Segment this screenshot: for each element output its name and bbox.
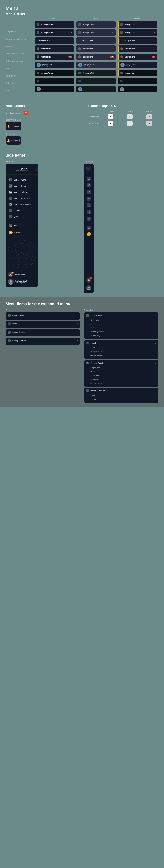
sidebar-item-import[interactable] — [84, 224, 94, 231]
collapse-btn-hover[interactable]: « — [127, 114, 133, 119]
menu-card-hover-user[interactable]: 👤 Richard Smith Field Engineer — [76, 62, 116, 68]
sidebar-item-manage-work[interactable] — [84, 175, 94, 182]
menu-card-hover-category[interactable]: Manage Work — [76, 21, 116, 28]
menu-card-hover-notif-pop[interactable]: Notifications 23 — [76, 54, 116, 60]
items-link[interactable]: Items — [90, 346, 156, 350]
notifications-expand-section: Notifications No. of notifications 23 No… — [0, 100, 164, 149]
notifications-row[interactable]: 🔔 23 Notifications — [8, 272, 36, 277]
menu-card-default-subitem[interactable]: Manage Work — [35, 37, 74, 44]
menu-card-dark-pressed[interactable]: Manage Work — [118, 70, 157, 76]
jobs-link[interactable]: Jobs — [90, 322, 156, 326]
avatar: 👤 — [78, 63, 83, 67]
expand-label: Expand menu — [86, 122, 101, 124]
menu-card-pressed-category[interactable]: Manage Work — [118, 21, 157, 28]
expand-btn-pressed[interactable]: » — [146, 121, 152, 126]
menu-card-pressed-user[interactable]: 👤 Richard Smith Field Engineer — [118, 62, 157, 68]
collapse-btn-pressed[interactable]: « — [146, 114, 152, 119]
sidebar-item-queue[interactable]: Queue — [7, 214, 37, 220]
sidebar-item-manage-vehicles[interactable] — [84, 189, 94, 195]
panel-header-collapsed: » — [84, 164, 94, 173]
sidebar-item-manage-people[interactable]: Manage People ▾ — [6, 329, 80, 335]
planning-board-link[interactable]: Planning Board — [90, 330, 156, 334]
user-avatar-button[interactable] — [86, 284, 92, 292]
phone-mockup-no-notif: 🔔 Notifications — [6, 122, 21, 130]
menu-card-dark-user-default[interactable]: 👤 — [35, 86, 74, 92]
sidebar-item-manage-vehicles[interactable]: Manage Vehicles — [7, 189, 37, 195]
sidebar-item-manage-work[interactable]: Manage Work ▾ — [6, 312, 80, 318]
expand-toggle-button[interactable]: » — [87, 166, 91, 171]
chevron-down-icon: ▾ — [34, 179, 34, 181]
qualifications-link[interactable]: Qualifications — [90, 381, 156, 385]
sidebar-item-import[interactable]: Import ▴ — [84, 340, 158, 346]
plants-link[interactable]: Plants — [90, 394, 156, 397]
sidebar-item-manage-people[interactable]: Manage People ▾ — [7, 183, 37, 189]
bell-icon — [37, 80, 39, 83]
bell-icon — [78, 56, 81, 58]
state-row-category-sub: Manage Work ▼ Manage Work ▼ Manage Work — [34, 29, 158, 36]
sidebar-item-reports[interactable]: Reports — [7, 208, 37, 214]
sidebar-item-import[interactable]: Import ▾ — [7, 223, 37, 228]
menu-card-dark-user-hover[interactable]: 👤 — [76, 86, 116, 92]
menu-card-dark-notif-pressed[interactable] — [118, 78, 157, 84]
row-label-user2: User — [6, 87, 34, 94]
expenses-link[interactable]: Expenses — [90, 377, 156, 381]
phone-mockup-with-notif: 🔔 Notifications 23 — [6, 136, 21, 145]
sidebar-item-manage-documents[interactable] — [84, 202, 94, 209]
menu-card-pressed-cat-sub[interactable]: Manage Work ▼ — [118, 29, 157, 36]
menu-card-pressed-subitem[interactable]: Manage Work — [118, 37, 157, 44]
assets-link[interactable]: Assets — [90, 397, 156, 401]
sidebar-item-manage-equipment[interactable]: Manage Equipment ▾ — [7, 195, 37, 201]
create-button[interactable]: + — [84, 231, 94, 238]
sidebar-item-manage-people[interactable]: Manage People ▴ — [84, 360, 158, 366]
get-templates-link[interactable]: Get Templates — [90, 353, 156, 358]
menu-card-default-notif-pop[interactable]: Notifications 23 — [35, 54, 74, 60]
menu-card-default-notif-unpop[interactable]: Notifications — [35, 45, 74, 52]
sidebar-item-queue[interactable] — [84, 215, 94, 222]
svg-point-17 — [19, 251, 25, 258]
timesheets-link[interactable]: Timesheets — [90, 374, 156, 377]
menu-card-hover-subitem[interactable]: Manage Work — [76, 37, 116, 44]
task-link[interactable]: Task — [90, 326, 156, 330]
sidebar-item-manage-vehicles[interactable]: Manage Vehicles ▴ — [84, 388, 158, 394]
avatar: 👤 — [120, 63, 125, 67]
menu-card-default-cat-sub[interactable]: Manage Work ▼ — [35, 29, 74, 36]
menu-card-pressed-notif-pop[interactable]: Notifications 23 — [118, 54, 157, 60]
sidebar-item-manage-equipment[interactable] — [84, 195, 94, 202]
collapse-btn-default[interactable]: « — [108, 114, 113, 119]
notifications-icon-button[interactable]: 🔔 23 — [86, 276, 92, 284]
sidebar-item-import[interactable]: Import ▾ — [6, 321, 80, 327]
menu-card-dark-notif-default[interactable] — [35, 78, 74, 84]
bell-icon: 🔔 23 — [87, 278, 91, 283]
expanded-import-group: Import ▴ Items Mapped Items Get Template… — [84, 340, 158, 359]
notifications-label: Notifications — [14, 274, 25, 276]
state-row-notif-dark — [34, 78, 158, 85]
users-link[interactable]: Users — [90, 370, 156, 374]
contracts-link[interactable]: Contracts — [90, 318, 156, 322]
download-icon — [87, 226, 91, 229]
state-row-user: 👤 Richard Smith Field Engineer 👤 Richard… — [34, 61, 158, 69]
menu-card-pressed-notif-unpop[interactable]: Notifications — [118, 45, 157, 52]
expand-btn-default[interactable]: » — [108, 121, 113, 126]
menu-card-dark-default[interactable]: Manage Work — [35, 70, 74, 76]
employees-link[interactable]: Employees — [90, 366, 156, 370]
mapped-items-link[interactable]: Mapped Items — [90, 350, 156, 353]
menu-card-default-category[interactable]: Manage Work — [35, 21, 74, 28]
sidebar-item-reports[interactable] — [84, 209, 94, 215]
expand-btn-hover[interactable]: » — [127, 121, 133, 126]
sidebar-item-manage-work[interactable]: Manage Work ▾ — [7, 177, 37, 183]
user-profile-row[interactable]: Richard Smith Field Engineer — [8, 279, 36, 285]
menu-card-hover-cat-sub[interactable]: Manage Work ▼ — [76, 29, 116, 36]
sidebar-item-manage-work[interactable]: Manage Work ▴ — [84, 312, 158, 318]
menu-card-dark-user-pressed[interactable]: 👤 — [118, 86, 157, 92]
menu-card-hover-notif-unpop[interactable]: Notifications — [76, 45, 116, 52]
menu-card-default-user[interactable]: 👤 Richard Smith Field Engineer — [35, 62, 74, 68]
sidebar-item-manage-people[interactable] — [84, 182, 94, 189]
menu-card-dark-notif-hover[interactable] — [76, 78, 116, 84]
collapse-toggle-button[interactable]: « — [36, 167, 38, 171]
sidebar-item-manage-vehicles[interactable]: Manage Vehicles ▾ — [6, 338, 80, 343]
sidebar-item-manage-documents[interactable]: Manage Documents — [7, 202, 37, 207]
briefcase-icon — [87, 177, 91, 181]
menu-card-dark-hover[interactable]: Manage Work — [76, 70, 116, 76]
create-button[interactable]: + Create — [7, 229, 37, 236]
scheduling-link[interactable]: Scheduling — [90, 334, 156, 337]
